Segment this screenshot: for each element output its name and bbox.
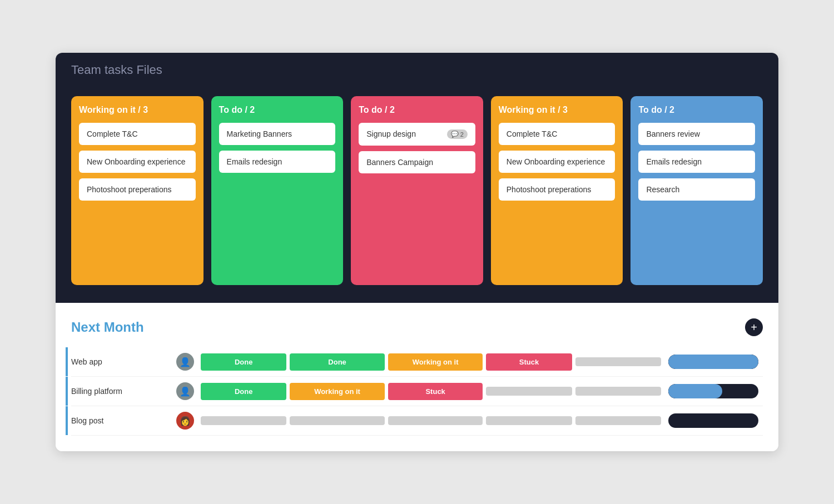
section-header: Next Month + bbox=[71, 318, 763, 336]
kanban-card[interactable]: Signup design💬 2 bbox=[359, 123, 475, 146]
col-header: Working on it / 3 bbox=[79, 105, 196, 115]
col-header: To do / 2 bbox=[219, 105, 336, 115]
page-title: Team tasks Files bbox=[71, 63, 763, 77]
status-pill: Done bbox=[290, 353, 385, 371]
progress-fill bbox=[668, 355, 758, 369]
table-row: Blog post👩 bbox=[71, 406, 763, 436]
avatar-cell: 👩 bbox=[171, 406, 199, 436]
progress-fill bbox=[668, 384, 722, 398]
status-cell: Working on it bbox=[288, 377, 386, 406]
progress-bar bbox=[668, 355, 758, 369]
section-title: Next Month bbox=[71, 320, 144, 335]
status-pill bbox=[575, 357, 661, 366]
card-text: Complete T&C bbox=[87, 129, 188, 138]
status-cell: Stuck bbox=[484, 347, 573, 377]
status-cell bbox=[386, 406, 485, 436]
col-header: Working on it / 3 bbox=[499, 105, 615, 115]
status-pill: Stuck bbox=[486, 353, 572, 371]
status-pill bbox=[201, 416, 286, 425]
kanban-card[interactable]: Complete T&C bbox=[79, 123, 196, 145]
table-row: Billing platform👤DoneWorking on itStuck bbox=[71, 377, 763, 406]
kanban-columns: Working on it / 3Complete T&CNew Onboard… bbox=[71, 96, 763, 285]
kanban-col-col3: To do / 2Signup design💬 2Banners Campaig… bbox=[351, 96, 483, 285]
card-text: Research bbox=[646, 185, 747, 194]
table-row: Web app👤DoneDoneWorking on itStuck bbox=[71, 347, 763, 377]
card-text: Marketing Banners bbox=[227, 129, 328, 138]
kanban-card[interactable]: Marketing Banners bbox=[219, 123, 336, 145]
avatar: 👤 bbox=[176, 382, 194, 400]
status-pill bbox=[486, 387, 572, 396]
next-month-section: Next Month + Web app👤DoneDoneWorking on … bbox=[56, 303, 778, 451]
status-pill: Stuck bbox=[388, 383, 483, 400]
avatar-cell: 👤 bbox=[171, 377, 199, 406]
task-table: Web app👤DoneDoneWorking on itStuckBillin… bbox=[71, 347, 763, 436]
col-header: To do / 2 bbox=[638, 105, 755, 115]
kanban-card[interactable]: Emails redesign bbox=[219, 151, 336, 173]
card-text: Emails redesign bbox=[646, 157, 747, 166]
status-cell bbox=[484, 406, 573, 436]
avatar: 👩 bbox=[176, 412, 194, 430]
status-cell: Working on it bbox=[386, 347, 485, 377]
card-text: Emails redesign bbox=[227, 157, 328, 166]
kanban-card[interactable]: New Onboarding experience bbox=[499, 151, 615, 173]
comment-icon: 💬 bbox=[451, 131, 459, 138]
status-cell: Done bbox=[288, 347, 386, 377]
status-cell: Done bbox=[199, 347, 288, 377]
status-cell bbox=[484, 377, 573, 406]
card-text: Signup design bbox=[366, 129, 442, 138]
kanban-card[interactable]: Research bbox=[638, 178, 755, 201]
status-cell bbox=[199, 406, 288, 436]
kanban-col-col4: Working on it / 3Complete T&CNew Onboard… bbox=[491, 96, 623, 285]
card-text: Banners Campaign bbox=[366, 158, 468, 167]
kanban-card[interactable]: Banners Campaign bbox=[359, 151, 475, 173]
task-name: Web app bbox=[71, 347, 171, 377]
status-cell bbox=[288, 406, 386, 436]
progress-cell bbox=[663, 406, 763, 436]
card-text: New Onboarding experience bbox=[507, 157, 608, 166]
kanban-card[interactable]: Complete T&C bbox=[499, 123, 615, 145]
avatar-cell: 👤 bbox=[171, 347, 199, 377]
status-pill: Working on it bbox=[290, 383, 385, 400]
status-pill bbox=[575, 416, 661, 425]
kanban-card[interactable]: Photoshoot preperations bbox=[79, 178, 196, 201]
status-pill bbox=[575, 387, 661, 396]
status-pill bbox=[486, 416, 572, 425]
top-header: Team tasks Files bbox=[56, 53, 778, 87]
status-pill: Done bbox=[201, 353, 286, 371]
status-pill bbox=[290, 416, 385, 425]
card-text: New Onboarding experience bbox=[87, 157, 188, 166]
status-pill bbox=[388, 416, 483, 425]
kanban-col-col1: Working on it / 3Complete T&CNew Onboard… bbox=[71, 96, 203, 285]
kanban-area: Working on it / 3Complete T&CNew Onboard… bbox=[56, 87, 778, 303]
status-pill: Done bbox=[201, 383, 286, 400]
kanban-card[interactable]: Photoshoot preperations bbox=[499, 178, 615, 201]
task-name: Billing platform bbox=[71, 377, 171, 406]
card-text: Photoshoot preperations bbox=[87, 185, 188, 194]
app-container: Team tasks Files Working on it / 3Comple… bbox=[56, 53, 778, 451]
kanban-col-col5: To do / 2Banners reviewEmails redesignRe… bbox=[631, 96, 763, 285]
card-text: Banners review bbox=[646, 129, 747, 138]
card-badge: 💬 2 bbox=[447, 129, 468, 139]
task-name: Blog post bbox=[71, 406, 171, 436]
status-cell: Done bbox=[199, 377, 288, 406]
progress-cell bbox=[663, 377, 763, 406]
progress-cell bbox=[663, 347, 763, 377]
col-header: To do / 2 bbox=[359, 105, 475, 115]
add-button[interactable]: + bbox=[745, 318, 763, 336]
kanban-card[interactable]: Banners review bbox=[638, 123, 755, 145]
avatar: 👤 bbox=[176, 353, 194, 371]
card-text: Photoshoot preperations bbox=[507, 185, 608, 194]
kanban-card[interactable]: New Onboarding experience bbox=[79, 151, 196, 173]
status-cell bbox=[574, 377, 663, 406]
status-cell: Stuck bbox=[386, 377, 485, 406]
status-pill: Working on it bbox=[388, 353, 483, 371]
status-cell bbox=[574, 406, 663, 436]
progress-bar bbox=[668, 384, 758, 398]
kanban-card[interactable]: Emails redesign bbox=[638, 151, 755, 173]
status-cell bbox=[574, 347, 663, 377]
progress-bar bbox=[668, 413, 758, 428]
kanban-col-col2: To do / 2Marketing BannersEmails redesig… bbox=[211, 96, 344, 285]
card-text: Complete T&C bbox=[507, 129, 608, 138]
